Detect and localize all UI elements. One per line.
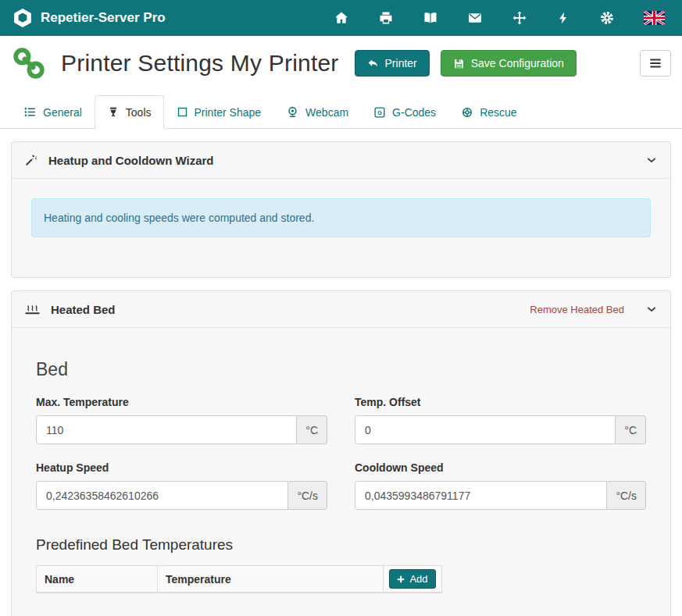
- add-temperature-button[interactable]: Add: [389, 569, 435, 589]
- heated-bed-icon: [24, 302, 41, 316]
- collapse-chevron-icon[interactable]: [645, 154, 658, 166]
- page-header: Printer Settings My Printer Printer Save…: [0, 36, 682, 87]
- wizard-panel-title: Heatup and Cooldown Wizard: [48, 154, 214, 167]
- add-cell: Add: [383, 565, 442, 593]
- temp-offset-input[interactable]: [355, 415, 616, 444]
- tab-g-codes[interactable]: G G-Codes: [361, 95, 448, 129]
- heatup-speed-input[interactable]: [36, 481, 288, 510]
- hamburger-icon: [648, 56, 662, 70]
- heated-bed-panel-title: Heated Bed: [51, 303, 116, 316]
- cooldown-speed-input[interactable]: [355, 481, 607, 510]
- menu-button[interactable]: [640, 50, 671, 77]
- cooldown-speed-label: Cooldown Speed: [355, 461, 646, 474]
- tab-rescue[interactable]: Rescue: [448, 95, 529, 129]
- page: Repetier-Server Pro: [0, 0, 682, 616]
- tab-tools[interactable]: Tools: [95, 95, 164, 129]
- repetier-logo-icon: [12, 8, 33, 28]
- settings-tabs: General Tools Printer Shape Webcam G G-C…: [0, 95, 682, 129]
- bed-fields: Max. Temperature °C Temp. Offset °C Heat…: [36, 396, 646, 510]
- tab-general[interactable]: General: [11, 95, 95, 129]
- tab-webcam[interactable]: Webcam: [273, 95, 361, 129]
- temp-offset-label: Temp. Offset: [355, 396, 646, 408]
- language-flag-icon[interactable]: [644, 11, 665, 25]
- cooldown-speed-field: Cooldown Speed °C/s: [355, 461, 646, 510]
- home-icon[interactable]: [334, 10, 349, 26]
- wizard-panel-body: Heating and cooling speeds were computed…: [12, 179, 670, 277]
- power-bolt-icon[interactable]: [556, 10, 570, 26]
- magic-wand-icon: [24, 153, 38, 167]
- column-header-temperature: Temperature: [157, 565, 384, 593]
- manual-book-icon[interactable]: [423, 10, 438, 26]
- list-icon: [23, 105, 37, 119]
- collapse-chevron-icon[interactable]: [645, 303, 658, 315]
- column-header-name: Name: [36, 565, 158, 593]
- max-temperature-field: Max. Temperature °C: [36, 396, 327, 444]
- square-outline-icon: [177, 106, 188, 118]
- svg-text:G: G: [377, 109, 382, 116]
- unit-addon: °C: [616, 415, 646, 444]
- gcode-badge-icon: G: [373, 106, 386, 119]
- max-temperature-input[interactable]: [36, 415, 297, 444]
- brand[interactable]: Repetier-Server Pro: [12, 8, 166, 28]
- back-arrow-icon: [367, 58, 379, 69]
- remove-heated-bed-link[interactable]: Remove Heated Bed: [530, 304, 624, 315]
- temp-offset-field: Temp. Offset °C: [355, 396, 646, 444]
- nozzle-icon: [107, 106, 120, 119]
- wizard-panel: Heatup and Cooldown Wizard Heating and c…: [11, 141, 671, 278]
- bed-section-title: Bed: [36, 359, 646, 380]
- info-alert: Heating and cooling speeds were computed…: [31, 198, 651, 237]
- brand-title: Repetier-Server Pro: [41, 10, 166, 26]
- heated-bed-panel-body: Bed Max. Temperature °C Temp. Offset °C: [12, 328, 670, 616]
- heated-bed-panel-header[interactable]: Heated Bed Remove Heated Bed: [12, 291, 670, 328]
- top-navbar: Repetier-Server Pro: [0, 0, 682, 36]
- life-ring-icon: [461, 106, 473, 119]
- wizard-panel-header[interactable]: Heatup and Cooldown Wizard: [12, 142, 670, 179]
- heatup-speed-label: Heatup Speed: [36, 461, 327, 474]
- plus-icon: [397, 575, 405, 583]
- move-arrows-icon[interactable]: [512, 10, 527, 26]
- heatup-speed-field: Heatup Speed °C/s: [36, 461, 327, 510]
- webcam-icon: [286, 105, 299, 119]
- page-title: Printer Settings My Printer: [61, 50, 339, 77]
- navbar-icons: [334, 10, 665, 26]
- messages-envelope-icon[interactable]: [467, 10, 483, 26]
- settings-gear-icon[interactable]: [599, 10, 615, 26]
- predefined-temperatures-table: Name Temperature Add: [36, 565, 442, 593]
- tab-printer-shape[interactable]: Printer Shape: [164, 95, 274, 129]
- printer-icon[interactable]: [378, 10, 394, 26]
- save-floppy-icon: [453, 58, 465, 69]
- printer-button[interactable]: Printer: [355, 50, 430, 77]
- unit-addon: °C/s: [607, 481, 646, 510]
- heated-bed-panel: Heated Bed Remove Heated Bed Bed Max. Te…: [11, 290, 671, 616]
- max-temperature-label: Max. Temperature: [36, 396, 327, 408]
- unit-addon: °C/s: [288, 481, 327, 510]
- save-configuration-button[interactable]: Save Configuration: [441, 50, 577, 77]
- predefined-temperatures-title: Predefined Bed Temperatures: [36, 536, 646, 554]
- unit-addon: °C: [297, 415, 327, 444]
- printer-link-icon: [11, 45, 47, 81]
